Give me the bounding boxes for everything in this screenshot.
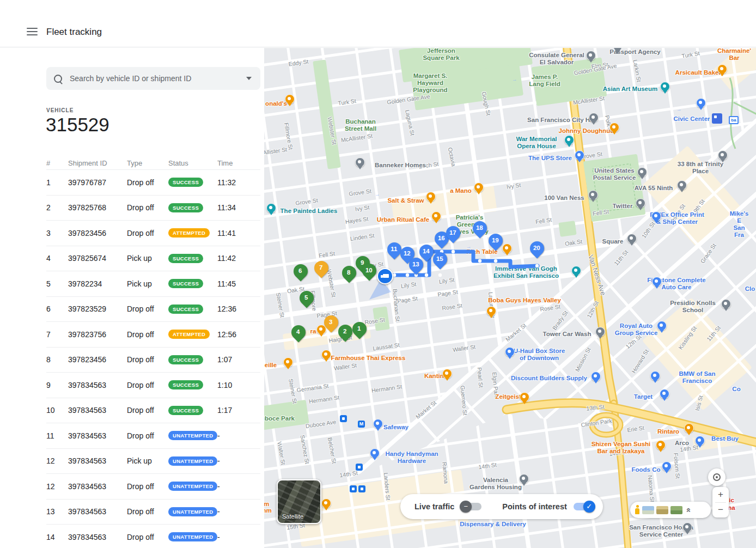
poi-label[interactable]: United States Postal Service — [593, 167, 636, 181]
menu-icon[interactable] — [27, 28, 38, 36]
search-box[interactable] — [46, 67, 260, 90]
my-location-button[interactable] — [708, 468, 725, 486]
poi-pin-icon[interactable] — [637, 167, 647, 177]
poi-pin-icon[interactable] — [636, 198, 645, 208]
poi-label[interactable]: James P. Lang Field — [529, 74, 560, 88]
collapse-icon[interactable]: « — [685, 508, 694, 512]
map-pin-icon[interactable] — [614, 48, 621, 54]
poi-pin-icon[interactable] — [650, 371, 660, 381]
poi-pin-icon[interactable] — [520, 392, 529, 402]
poi-label[interactable]: Valencia Gardens Housing — [470, 477, 522, 491]
poi-label[interactable]: nm — [264, 507, 272, 514]
poi-label[interactable]: Civic Center — [673, 115, 710, 123]
table-row[interactable]: 4397825674Pick upSUCCESS11:42 — [46, 246, 260, 271]
table-row[interactable]: 8397823456Drop offSUCCESS1:07 — [46, 347, 260, 373]
poi-label[interactable]: na — [728, 504, 735, 512]
poi-label[interactable]: Rintaro — [657, 428, 679, 435]
poi-label[interactable]: Handy Handyman Hardware — [385, 450, 438, 465]
poi-label[interactable]: Jefferson Square Park — [423, 48, 459, 62]
poi-label[interactable]: The Painted Ladies — [281, 208, 338, 215]
poi-label[interactable]: Co — [732, 386, 740, 393]
poi-label[interactable]: U-Haul Box Store of Downtown — [514, 348, 565, 362]
zoom-out-button[interactable]: − — [712, 503, 729, 518]
poi-pin-icon[interactable] — [717, 64, 727, 74]
poi-label[interactable]: Urban Ritual Cafe — [377, 216, 430, 223]
poi-pin-icon[interactable] — [589, 113, 599, 123]
table-row[interactable]: 539782234Pick upSUCCESS11:45 — [46, 271, 260, 296]
poi-label[interactable]: Twitter — [613, 203, 633, 210]
poi-label[interactable]: a Mano — [450, 187, 472, 194]
poi-pin-icon[interactable] — [505, 347, 515, 357]
poi-label[interactable]: Consulate General El Salvador — [529, 52, 584, 66]
poi-pin-icon[interactable] — [285, 94, 295, 104]
poi-label[interactable]: The UPS Store — [528, 155, 572, 162]
poi-pin-icon[interactable] — [677, 180, 687, 190]
poi-pin-icon[interactable] — [486, 306, 496, 316]
table-row[interactable]: 13397834563Drop offUNATTEMPTED- — [46, 499, 260, 525]
poi-label[interactable]: Zeitgeist — [495, 393, 521, 400]
poi-label[interactable]: ra — [310, 328, 316, 335]
poi-label[interactable]: Buchanan Street Mall — [345, 118, 376, 132]
live-traffic-toggle[interactable]: − — [461, 503, 481, 510]
imagery-thumbnail[interactable] — [642, 506, 654, 514]
table-row[interactable]: 12397834563Pick upUNATTEMPTED- — [46, 448, 260, 474]
poi-pin-icon[interactable] — [695, 436, 705, 446]
poi-label[interactable]: uboce Park — [264, 415, 295, 422]
poi-label[interactable]: Johnny Doughnuts — [559, 127, 616, 135]
poi-pin-icon[interactable] — [519, 474, 529, 484]
table-row[interactable]: 11397834563Drop offUNATTEMPTED- — [46, 423, 260, 448]
poi-pin-icon[interactable] — [721, 299, 731, 309]
poi-label[interactable]: 100 Van Ness — [544, 194, 584, 202]
poi-label[interactable]: Target — [634, 393, 653, 400]
poi-label[interactable]: War Memorial Opera House — [516, 136, 557, 150]
table-row[interactable]: 9397834563Drop offSUCCESS1:10 — [46, 372, 260, 398]
imagery-thumbnail[interactable] — [656, 506, 668, 514]
pegman-icon[interactable] — [635, 505, 640, 515]
transit-icon[interactable] — [350, 485, 357, 492]
poi-pin-icon[interactable] — [682, 522, 692, 532]
poi-pin-icon[interactable] — [696, 98, 706, 108]
poi-pin-icon[interactable] — [474, 182, 484, 192]
bart-station-icon[interactable]: ba — [729, 116, 739, 124]
poi-pin-icon[interactable] — [657, 321, 667, 331]
table-row[interactable]: 7397823756Drop offATTEMPTED12:56 — [46, 321, 260, 347]
poi-label[interactable]: ic — [729, 497, 734, 504]
poi-pin-icon[interactable] — [266, 203, 276, 213]
table-row[interactable]: 6397823529Drop offSUCCESS12:36 — [46, 296, 260, 322]
poi-pin-icon[interactable] — [431, 211, 441, 221]
table-row[interactable]: 3397823456Drop offATTEMPTED11:41 — [46, 220, 260, 246]
poi-label[interactable]: BMW of San Francisco — [668, 370, 727, 385]
poi-label[interactable]: Foods Co — [631, 466, 660, 473]
table-row[interactable]: 14397834563Drop offUNATTEMPTED- — [46, 524, 260, 548]
poi-pin-icon[interactable] — [426, 192, 436, 202]
poi-label[interactable]: San Francisco City Hall — [527, 117, 597, 124]
poi-label[interactable]: Margaret S. Hayward Playground — [413, 72, 447, 94]
poi-pin-icon[interactable] — [595, 327, 605, 337]
poi-pin-icon[interactable] — [370, 448, 380, 458]
poi-pin-icon[interactable] — [652, 277, 662, 287]
map-pane[interactable]: Satellite Live traffic − Points of inter… — [264, 48, 756, 548]
transit-icon[interactable]: M — [358, 421, 365, 428]
transit-icon[interactable] — [340, 415, 347, 422]
poi-pin-icon[interactable] — [502, 243, 512, 253]
poi-label[interactable]: Farmhouse Thai Express — [331, 355, 406, 362]
poi-pin-icon[interactable] — [684, 423, 694, 433]
poi-label[interactable]: AVA 55 Ninth — [635, 185, 673, 192]
transit-icon[interactable] — [356, 464, 363, 471]
poi-pin-icon[interactable] — [586, 51, 596, 60]
zoom-in-button[interactable]: + — [712, 487, 729, 502]
poi-label[interactable]: Clo — [745, 285, 755, 293]
poi-pin-icon[interactable] — [651, 211, 661, 221]
table-row[interactable]: 10397834563Drop offSUCCESS1:17 — [46, 398, 260, 423]
poi-label[interactable]: Salt & Straw — [387, 197, 424, 204]
poi-pin-icon[interactable] — [321, 498, 331, 508]
poi-pin-icon[interactable] — [355, 157, 365, 167]
search-dropdown-icon[interactable] — [246, 77, 252, 80]
poi-label[interactable]: Banneker Homes — [375, 162, 426, 169]
table-row[interactable]: 1397976787Drop offSUCCESS11:32 — [46, 169, 260, 195]
poi-label[interactable]: Immersive Van Gogh Exhibit San Francisco — [493, 265, 559, 279]
satellite-view-button[interactable]: Satellite — [277, 479, 321, 524]
poi-pin-icon[interactable] — [660, 82, 670, 92]
vehicle-marker-icon[interactable] — [377, 268, 393, 284]
poi-pin-icon[interactable] — [321, 350, 331, 360]
